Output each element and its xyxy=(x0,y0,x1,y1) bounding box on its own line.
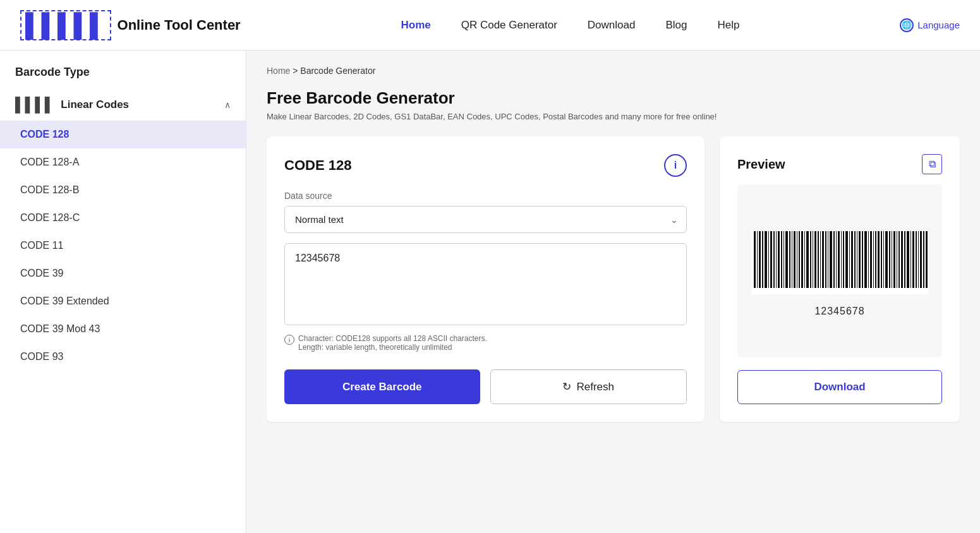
length-info-text: Length: variable length, theoretically u… xyxy=(298,343,452,352)
sidebar-item-code93[interactable]: CODE 93 xyxy=(0,343,246,371)
generator-card: CODE 128 i Data source Normal text HEX B… xyxy=(267,136,705,422)
svg-rect-33 xyxy=(838,231,840,288)
svg-rect-51 xyxy=(885,231,888,288)
svg-rect-49 xyxy=(881,231,882,288)
refresh-button[interactable]: ↻ Refresh xyxy=(490,369,687,404)
svg-rect-22 xyxy=(810,231,811,288)
logo-barcode-icon: ▌▌▌▌▌ xyxy=(20,10,111,40)
download-button[interactable]: Download xyxy=(737,370,942,404)
svg-rect-28 xyxy=(825,231,826,288)
breadcrumb: Home > Barcode Generator xyxy=(267,66,960,76)
nav-help[interactable]: Help xyxy=(717,19,739,32)
svg-rect-6 xyxy=(768,231,769,288)
svg-rect-7 xyxy=(770,231,772,288)
svg-rect-1 xyxy=(754,231,756,288)
sidebar-item-code39[interactable]: CODE 39 xyxy=(0,260,246,287)
preview-area: 12345678 xyxy=(737,184,942,357)
svg-rect-34 xyxy=(841,231,842,288)
svg-rect-15 xyxy=(792,231,792,288)
data-source-label: Data source xyxy=(284,191,687,201)
barcode-image xyxy=(751,225,928,301)
svg-rect-64 xyxy=(920,231,922,288)
svg-rect-61 xyxy=(912,231,914,288)
svg-rect-18 xyxy=(799,231,800,288)
svg-rect-12 xyxy=(783,231,784,288)
svg-rect-50 xyxy=(883,231,884,288)
logo-text: Online Tool Center xyxy=(118,17,241,33)
sidebar-item-code128b[interactable]: CODE 128-B xyxy=(0,176,246,204)
globe-icon: 🌐 xyxy=(900,18,914,32)
svg-rect-11 xyxy=(781,231,782,288)
language-button[interactable]: 🌐 Language xyxy=(900,18,960,32)
card-title: CODE 128 xyxy=(284,157,351,174)
svg-rect-42 xyxy=(862,231,863,288)
card-header: CODE 128 i xyxy=(284,154,687,177)
svg-rect-5 xyxy=(765,231,767,288)
svg-rect-16 xyxy=(794,231,795,288)
logo-area: ▌▌▌▌▌ Online Tool Center xyxy=(20,10,241,40)
svg-rect-37 xyxy=(849,231,850,288)
preview-card: Preview ⧉ xyxy=(720,136,960,422)
svg-rect-41 xyxy=(859,231,861,288)
svg-rect-63 xyxy=(918,231,919,288)
breadcrumb-home[interactable]: Home xyxy=(267,66,290,76)
nav-blog[interactable]: Blog xyxy=(665,19,687,32)
svg-rect-23 xyxy=(813,231,813,288)
svg-rect-17 xyxy=(797,231,797,288)
svg-rect-3 xyxy=(759,231,761,288)
svg-rect-43 xyxy=(864,231,867,288)
svg-rect-35 xyxy=(843,231,844,288)
svg-rect-65 xyxy=(923,231,924,288)
sidebar-item-code128a[interactable]: CODE 128-A xyxy=(0,148,246,176)
svg-rect-32 xyxy=(836,231,837,288)
nav-home[interactable]: Home xyxy=(401,19,430,32)
info-icon[interactable]: i xyxy=(664,154,687,177)
nav-download[interactable]: Download xyxy=(588,19,636,32)
svg-rect-29 xyxy=(828,231,828,288)
linear-codes-section-header[interactable]: ▌▌▌▌ Linear Codes ∧ xyxy=(0,89,246,121)
svg-rect-10 xyxy=(778,231,780,288)
svg-rect-26 xyxy=(820,231,821,288)
data-source-select[interactable]: Normal text HEX Base64 xyxy=(284,206,687,233)
page-title: Free Barcode Generator xyxy=(267,88,960,108)
copy-icon[interactable]: ⧉ xyxy=(922,154,942,174)
main-layout: Barcode Type ▌▌▌▌ Linear Codes ∧ CODE 12… xyxy=(0,51,980,533)
sidebar: Barcode Type ▌▌▌▌ Linear Codes ∧ CODE 12… xyxy=(0,51,246,533)
sidebar-item-code39ext[interactable]: CODE 39 Extended xyxy=(0,287,246,315)
svg-rect-36 xyxy=(845,231,848,288)
char-info: i Character: CODE128 supports all 128 AS… xyxy=(284,334,687,352)
barcode-number: 12345678 xyxy=(814,306,864,317)
sidebar-item-code128c[interactable]: CODE 128-C xyxy=(0,204,246,232)
svg-rect-62 xyxy=(916,231,917,288)
breadcrumb-separator: > xyxy=(293,66,298,76)
svg-rect-60 xyxy=(910,231,911,288)
sidebar-item-code128[interactable]: CODE 128 xyxy=(0,121,246,148)
svg-rect-19 xyxy=(801,231,803,288)
linear-codes-label: Linear Codes xyxy=(61,99,129,111)
svg-rect-21 xyxy=(806,231,809,288)
char-info-text: Character: CODE128 supports all 128 ASCI… xyxy=(298,334,487,343)
language-label: Language xyxy=(917,20,960,30)
nav-qr-code-generator[interactable]: QR Code Generator xyxy=(461,19,557,32)
page-header: Free Barcode Generator Make Linear Barco… xyxy=(267,88,960,121)
sidebar-item-code11[interactable]: CODE 11 xyxy=(0,232,246,260)
svg-rect-8 xyxy=(773,231,775,288)
svg-rect-47 xyxy=(875,231,876,288)
barcode-text-input[interactable]: 12345678 xyxy=(284,243,687,325)
svg-rect-45 xyxy=(870,231,872,288)
data-source-select-wrapper: Normal text HEX Base64 ⌄ xyxy=(284,206,687,233)
svg-rect-52 xyxy=(889,231,890,288)
svg-rect-27 xyxy=(822,231,824,288)
sidebar-item-code39mod43[interactable]: CODE 39 Mod 43 xyxy=(0,315,246,343)
svg-rect-9 xyxy=(776,231,777,288)
create-barcode-button[interactable]: Create Barcode xyxy=(284,369,480,404)
sidebar-items-list: CODE 128 CODE 128-A CODE 128-B CODE 128-… xyxy=(0,121,246,371)
svg-rect-4 xyxy=(762,231,763,288)
chevron-up-icon: ∧ xyxy=(224,100,231,110)
svg-rect-40 xyxy=(857,231,857,288)
preview-title: Preview xyxy=(737,157,785,172)
header: ▌▌▌▌▌ Online Tool Center Home QR Code Ge… xyxy=(0,0,980,51)
char-info-icon: i xyxy=(284,335,294,345)
svg-rect-31 xyxy=(833,231,835,288)
svg-rect-58 xyxy=(904,231,905,288)
